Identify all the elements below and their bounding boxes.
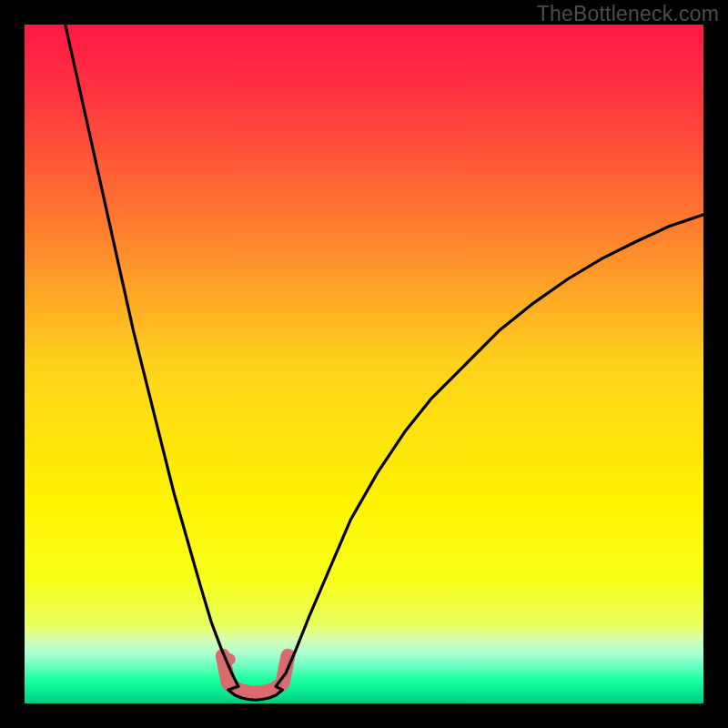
chart-frame: TheBottleneck.com: [0, 0, 728, 728]
gradient-background: [25, 25, 703, 703]
watermark-text: TheBottleneck.com: [537, 2, 719, 26]
plot-area: [25, 25, 703, 703]
chart-svg: [25, 25, 703, 703]
